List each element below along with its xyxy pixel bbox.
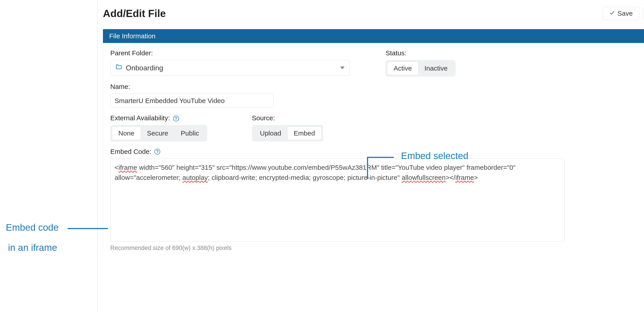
size-hint: Recommended size of 690(w) x 388(h) pixe… [110, 245, 644, 251]
action-buttons: Save Cancel [603, 7, 644, 20]
help-icon[interactable]: ? [173, 116, 179, 121]
save-button-label: Save [617, 10, 632, 17]
annotation-line [68, 228, 108, 229]
parent-folder-value: Onboarding [126, 64, 163, 72]
status-label: Status: [386, 49, 456, 57]
annotation-embed-code-1: Embed code [6, 222, 59, 233]
ext-avail-public[interactable]: Public [174, 127, 206, 140]
panel-title: File Information [109, 32, 156, 40]
status-segmented: Active Inactive [386, 60, 456, 77]
annotation-embed-code-2: in an iframe [8, 242, 57, 253]
parent-folder-select[interactable]: Onboarding [110, 60, 350, 76]
cancel-button[interactable]: Cancel [643, 7, 644, 20]
external-availability-segmented: None Secure Public [110, 125, 207, 142]
left-separator [97, 0, 98, 312]
external-availability-label-text: External Availability: [110, 114, 170, 122]
parent-folder-label: Parent Folder: [110, 49, 350, 57]
folder-icon [116, 64, 122, 72]
name-label: Name: [110, 83, 644, 91]
source-upload[interactable]: Upload [254, 127, 288, 140]
ext-avail-none[interactable]: None [112, 127, 141, 140]
panel-body: Parent Folder: Onboarding Status: Active… [103, 43, 644, 254]
page-header: Add/Edit File Save Cancel [103, 7, 644, 20]
source-segmented: Upload Embed [252, 125, 323, 142]
ext-avail-secure[interactable]: Secure [141, 127, 174, 140]
annotation-line [367, 157, 368, 179]
name-input[interactable] [110, 94, 274, 108]
page-title: Add/Edit File [103, 8, 166, 20]
annotation-line [367, 157, 394, 158]
embed-code-textarea[interactable]: <iframe width="560" height="315" src="ht… [110, 159, 564, 241]
status-option-inactive[interactable]: Inactive [418, 62, 454, 75]
panel-header[interactable]: File Information [103, 29, 644, 43]
source-label: Source: [252, 114, 323, 122]
chevron-down-icon [340, 67, 344, 69]
external-availability-label: External Availability: ? [110, 114, 207, 122]
help-icon[interactable]: ? [154, 149, 160, 155]
annotation-embed-selected: Embed selected [401, 151, 468, 161]
check-icon [609, 10, 615, 17]
source-embed[interactable]: Embed [288, 127, 321, 140]
status-option-active[interactable]: Active [387, 62, 418, 75]
embed-code-label: Embed Code: [110, 148, 151, 155]
save-button[interactable]: Save [603, 7, 639, 20]
